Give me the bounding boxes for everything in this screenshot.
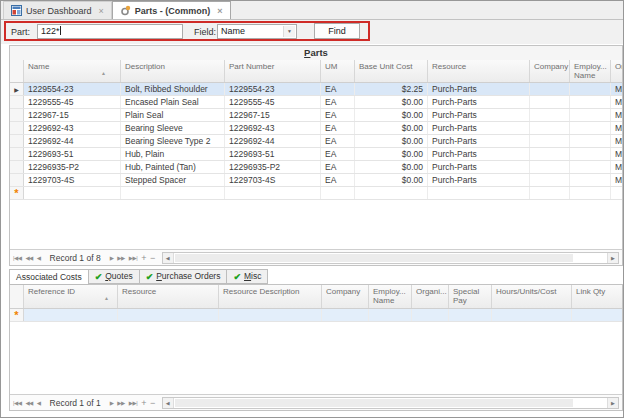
- grid-cell[interactable]: [570, 109, 611, 121]
- nav-add-button[interactable]: +: [141, 253, 146, 263]
- nav-prev-page-button[interactable]: ◀◀: [25, 398, 32, 408]
- column-header-resource-description[interactable]: Resource Description: [219, 285, 322, 308]
- grid-cell[interactable]: [570, 187, 611, 199]
- grid-cell[interactable]: 1229555-45: [225, 96, 321, 108]
- grid-cell[interactable]: [530, 96, 570, 108]
- grid-cell[interactable]: [225, 187, 321, 199]
- field-select[interactable]: Name ▼: [217, 24, 297, 39]
- grid-cell[interactable]: $0.00: [355, 109, 428, 121]
- parts-row[interactable]: 1229692-44 Bearing Sleeve Type 2 1229692…: [10, 135, 622, 148]
- scroll-left-icon[interactable]: ◀: [163, 253, 174, 263]
- grid-cell[interactable]: [570, 174, 611, 186]
- grid-cell[interactable]: [321, 187, 355, 199]
- grid-cell[interactable]: [219, 309, 322, 321]
- grid-cell[interactable]: [530, 174, 570, 186]
- grid-cell[interactable]: 122967-15: [225, 109, 321, 121]
- tab-user-dashboard[interactable]: User Dashboard ×: [3, 1, 112, 19]
- find-button[interactable]: Find: [314, 23, 360, 39]
- grid-cell[interactable]: Purch-Parts: [428, 109, 530, 121]
- parts-row[interactable]: 1229555-45 Encased Plain Seal 1229555-45…: [10, 96, 622, 109]
- grid-cell[interactable]: $0.00: [355, 122, 428, 134]
- grid-cell[interactable]: MBI: [611, 83, 622, 95]
- grid-cell[interactable]: MBI: [611, 161, 622, 173]
- grid-cell[interactable]: $0.00: [355, 148, 428, 160]
- grid-cell[interactable]: [355, 187, 428, 199]
- grid-cell[interactable]: EA: [321, 161, 355, 173]
- grid-cell[interactable]: $0.00: [355, 161, 428, 173]
- grid-cell[interactable]: EA: [321, 109, 355, 121]
- parts-row[interactable]: 1229692-43 Bearing Sleeve 1229692-43 EA …: [10, 122, 622, 135]
- grid-cell[interactable]: 1229692-44: [24, 135, 121, 147]
- scrollbar-track[interactable]: [174, 398, 607, 408]
- grid-cell[interactable]: Encased Plain Seal: [121, 96, 225, 108]
- grid-cell[interactable]: Purch-Parts: [428, 161, 530, 173]
- dropdown-arrow-icon[interactable]: ▼: [283, 26, 295, 37]
- grid-cell[interactable]: [530, 148, 570, 160]
- grid-cell[interactable]: MBI: [611, 174, 622, 186]
- grid-cell[interactable]: 1229693-51: [24, 148, 121, 160]
- grid-cell[interactable]: 1229703-4S: [24, 174, 121, 186]
- grid-cell[interactable]: 1229703-4S: [225, 174, 321, 186]
- column-header-employee-name[interactable]: Employ...Name: [570, 60, 611, 82]
- grid-cell[interactable]: [369, 309, 412, 321]
- grid-cell[interactable]: Purch-Parts: [428, 148, 530, 160]
- grid-cell[interactable]: $2.25: [355, 83, 428, 95]
- grid-cell[interactable]: [530, 109, 570, 121]
- nav-first-button[interactable]: |◀◀: [13, 398, 21, 408]
- grid-cell[interactable]: [322, 309, 369, 321]
- close-icon[interactable]: ×: [217, 6, 222, 16]
- nav-prev-button[interactable]: ◀: [37, 398, 41, 408]
- nav-add-button[interactable]: +: [141, 398, 146, 408]
- grid-cell[interactable]: Purch-Parts: [428, 122, 530, 134]
- grid-cell[interactable]: [530, 135, 570, 147]
- grid-cell[interactable]: $0.00: [355, 135, 428, 147]
- grid-cell[interactable]: [412, 309, 449, 321]
- grid-cell[interactable]: Purch-Parts: [428, 135, 530, 147]
- column-header-name[interactable]: Name▲: [24, 60, 121, 82]
- parts-row[interactable]: 1229693-51 Hub, Plain 1229693-51 EA $0.0…: [10, 148, 622, 161]
- tab-associated-costs[interactable]: Associated Costs: [9, 269, 89, 285]
- grid-cell[interactable]: 122967-15: [24, 109, 121, 121]
- grid-cell[interactable]: Bearing Sleeve: [121, 122, 225, 134]
- parts-row[interactable]: ▶ 1229554-23 Bolt, Ribbed Shoulder 12295…: [10, 83, 622, 96]
- column-header-resource[interactable]: Resource: [428, 60, 530, 82]
- tab-purchase-orders[interactable]: ✔ Purchase Orders: [140, 269, 228, 284]
- grid-cell[interactable]: Hub, Painted (Tan): [121, 161, 225, 173]
- grid-cell[interactable]: Hub, Plain: [121, 148, 225, 160]
- grid-cell[interactable]: 1229693-51: [225, 148, 321, 160]
- parts-row[interactable]: 1229703-4S Stepped Spacer 1229703-4S EA …: [10, 174, 622, 187]
- grid-cell[interactable]: $0.00: [355, 174, 428, 186]
- grid-cell[interactable]: [449, 309, 492, 321]
- grid-cell[interactable]: 1229692-43: [225, 122, 321, 134]
- grid-cell[interactable]: EA: [321, 135, 355, 147]
- nav-first-button[interactable]: |◀◀: [13, 253, 21, 263]
- grid-cell[interactable]: MBI: [611, 135, 622, 147]
- parts-row[interactable]: 122967-15 Plain Seal 122967-15 EA $0.00 …: [10, 109, 622, 122]
- scrollbar-track[interactable]: [174, 253, 607, 263]
- grid-cell[interactable]: $0.00: [355, 96, 428, 108]
- grid-cell[interactable]: EA: [321, 122, 355, 134]
- grid-cell[interactable]: [121, 187, 225, 199]
- column-header-special-pay[interactable]: SpecialPay: [449, 285, 492, 308]
- part-input[interactable]: 122*: [37, 24, 183, 39]
- nav-last-button[interactable]: ▶▶|: [129, 398, 137, 408]
- nav-next-page-button[interactable]: ▶▶: [117, 253, 124, 263]
- parts-row[interactable]: 12296935-P2 Hub, Painted (Tan) 12296935-…: [10, 161, 622, 174]
- grid-cell[interactable]: [530, 122, 570, 134]
- scrollbar-thumb[interactable]: [175, 399, 574, 407]
- grid-cell[interactable]: 1229555-45: [24, 96, 121, 108]
- grid-cell[interactable]: Stepped Spacer: [121, 174, 225, 186]
- column-header-hours-units-cost[interactable]: Hours/Units/Cost: [492, 285, 572, 308]
- grid-cell[interactable]: EA: [321, 96, 355, 108]
- column-header-part-number[interactable]: Part Number: [225, 60, 321, 82]
- associated-costs-new-row[interactable]: *: [10, 309, 622, 322]
- column-header-description[interactable]: Description: [121, 60, 225, 82]
- grid-cell[interactable]: [570, 135, 611, 147]
- grid-cell[interactable]: MBI: [611, 148, 622, 160]
- grid-cell[interactable]: 1229692-43: [24, 122, 121, 134]
- grid-cell[interactable]: [570, 96, 611, 108]
- grid-cell[interactable]: [24, 309, 118, 321]
- nav-next-page-button[interactable]: ▶▶: [117, 398, 124, 408]
- tab-misc[interactable]: ✔ Misc: [227, 269, 268, 284]
- parts-new-row[interactable]: *: [10, 187, 622, 200]
